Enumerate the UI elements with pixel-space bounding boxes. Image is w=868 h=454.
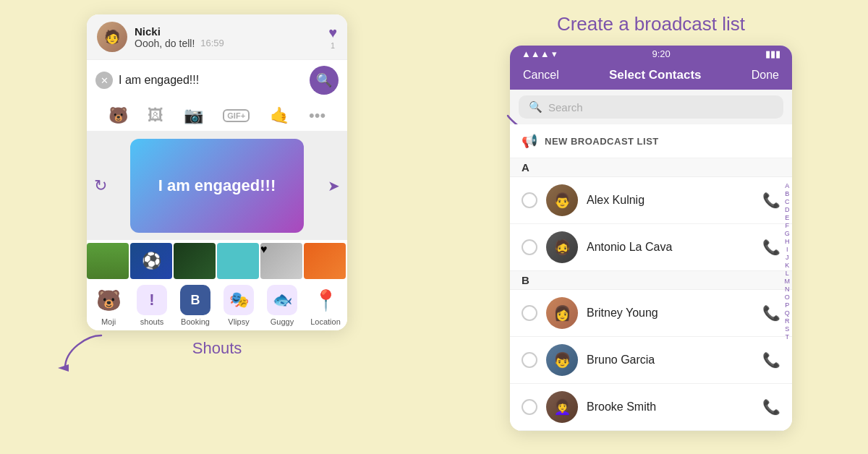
shout-text: I am engaged!!! xyxy=(158,176,276,195)
contact-radio-antonio[interactable] xyxy=(522,239,537,255)
chat-message: Oooh, do tell! 16:59 xyxy=(135,38,321,49)
camera-icon[interactable]: 📷 xyxy=(184,106,203,125)
battery-indicator: ▮▮▮ xyxy=(765,48,780,59)
bear-icon[interactable]: 🐻 xyxy=(109,106,128,125)
signal-indicator: ▲▲▲ ▾ xyxy=(522,48,557,59)
moji-icon: 🐻 xyxy=(93,285,124,315)
bg-thumb-gray[interactable]: ♥ xyxy=(260,243,302,279)
vlipsy-label: Vlipsy xyxy=(228,317,249,326)
search-circle-button[interactable]: 🔍 xyxy=(310,66,339,95)
heart-button[interactable]: ♥ 1 xyxy=(328,25,337,50)
app-item-location[interactable]: 📍 Location xyxy=(304,285,347,326)
avatar: 🧑 xyxy=(97,22,127,52)
app-item-vlipsy[interactable]: 🎭 Vlipsy xyxy=(217,285,260,326)
chat-info: Nicki Oooh, do tell! 16:59 xyxy=(135,25,321,49)
phone-mockup-right: ▲▲▲ ▾ 9:20 ▮▮▮ Cancel Select Contacts Do… xyxy=(510,46,792,431)
contact-row-britney[interactable]: 👩 Britney Young 📞 xyxy=(510,290,792,337)
photo-icon[interactable]: 🖼 xyxy=(148,106,163,125)
phone-mockup-left: 🧑 Nicki Oooh, do tell! 16:59 ♥ 1 ✕ I am … xyxy=(87,14,347,330)
select-contacts-title: Select Contacts xyxy=(609,68,702,82)
bg-thumb-grass[interactable] xyxy=(87,243,129,279)
avatar-bruno: 👦 xyxy=(546,344,578,376)
location-label: Location xyxy=(310,317,341,326)
close-button[interactable]: ✕ xyxy=(95,72,113,89)
guggy-label: Guggy xyxy=(271,317,294,326)
booking-label: Booking xyxy=(181,317,210,326)
cancel-button[interactable]: Cancel xyxy=(523,69,559,82)
shouts-icon: ! xyxy=(137,285,167,315)
new-broadcast-text: NEW BROADCAST LIST xyxy=(545,136,659,147)
left-panel: 🧑 Nicki Oooh, do tell! 16:59 ♥ 1 ✕ I am … xyxy=(29,0,405,454)
contact-row-bruno[interactable]: 👦 Bruno Garcia 📞 xyxy=(510,337,792,384)
shout-gradient-box: I am engaged!!! xyxy=(130,139,304,233)
contact-name-alex: Alex Kulnig xyxy=(587,194,754,207)
avatar-britney: 👩 xyxy=(546,297,578,329)
broadcast-title: Create a broadcast list xyxy=(557,13,745,35)
contact-radio-britney[interactable] xyxy=(522,305,537,321)
contact-radio-brooke[interactable] xyxy=(522,399,537,415)
new-broadcast-row[interactable]: 📢 NEW BROADCAST LIST xyxy=(510,124,792,158)
app-toolbar: 🐻 Moji ! shouts B Booking 🎭 Vlipsy 🐟 Gug… xyxy=(87,279,347,330)
send-arrow-icon[interactable]: ➤ xyxy=(328,177,340,194)
app-item-guggy[interactable]: 🐟 Guggy xyxy=(260,285,304,326)
app-item-moji[interactable]: 🐻 Moji xyxy=(87,285,130,326)
guggy-icon: 🐟 xyxy=(267,285,297,315)
location-icon: 📍 xyxy=(310,285,341,315)
message-input[interactable]: I am engaged!!! xyxy=(119,74,304,87)
done-button[interactable]: Done xyxy=(752,69,779,82)
bg-thumb-dark[interactable] xyxy=(174,243,216,279)
status-bar: ▲▲▲ ▾ 9:20 ▮▮▮ xyxy=(510,46,792,62)
booking-icon: B xyxy=(180,285,210,315)
section-header-b: B xyxy=(510,271,792,290)
contact-radio-alex[interactable] xyxy=(522,192,537,208)
viber-icon-alex: 📞 xyxy=(762,192,780,209)
emoji-toolbar: 🐻 🖼 📷 GIF+ 🤙 ••• xyxy=(87,100,347,132)
bg-thumb-orange[interactable] xyxy=(304,243,346,279)
avatar-antonio: 🧔 xyxy=(546,231,578,263)
chat-name: Nicki xyxy=(135,25,321,38)
section-header-a: A xyxy=(510,158,792,177)
viber-icon-britney: 📞 xyxy=(762,304,780,322)
broadcast-icon: 📢 xyxy=(522,133,537,149)
shouts-label: shouts xyxy=(140,317,163,326)
alphabet-index[interactable]: A B C D E F G H I J K L M N O P Q R S T xyxy=(785,182,791,340)
contact-row-alex[interactable]: 👨 Alex Kulnig 📞 xyxy=(510,177,792,224)
arrow-annotation-left xyxy=(51,328,109,374)
search-placeholder: Search xyxy=(548,101,583,113)
avatar-brooke: 👩‍🦱 xyxy=(546,391,578,423)
shout-preview: ↻ I am engaged!!! ➤ xyxy=(87,132,347,240)
contact-name-bruno: Bruno Garcia xyxy=(587,354,754,367)
app-item-shouts[interactable]: ! shouts xyxy=(130,285,174,326)
contact-name-antonio: Antonio La Cava xyxy=(587,241,754,254)
bg-thumb-teal[interactable] xyxy=(217,243,259,279)
shouts-page-label: Shouts xyxy=(192,339,242,358)
contact-row-antonio[interactable]: 🧔 Antonio La Cava 📞 xyxy=(510,224,792,271)
svg-marker-0 xyxy=(58,364,69,372)
viber-icon-bruno: 📞 xyxy=(762,351,780,369)
prev-arrow-icon[interactable]: ↻ xyxy=(94,176,107,195)
bg-thumb-soccer[interactable]: ⚽ xyxy=(130,243,172,279)
moji-label: Moji xyxy=(101,317,116,326)
vlipsy-icon: 🎭 xyxy=(224,285,254,315)
chat-time: 16:59 xyxy=(200,38,224,49)
background-thumbnails: ⚽ ♥ xyxy=(87,240,347,279)
contact-name-brooke: Brooke Smith xyxy=(587,401,754,414)
right-panel: Create a broadcast list ▲▲▲ ▾ 9:20 ▮▮▮ C… xyxy=(463,0,839,454)
message-input-area: ✕ I am engaged!!! 🔍 xyxy=(87,59,347,100)
viber-icon-brooke: 📞 xyxy=(762,398,780,416)
contact-name-britney: Britney Young xyxy=(587,307,754,320)
chat-header: 🧑 Nicki Oooh, do tell! 16:59 ♥ 1 xyxy=(87,14,347,59)
contact-radio-bruno[interactable] xyxy=(522,352,537,368)
more-icon[interactable]: ••• xyxy=(309,106,326,125)
contact-list: 📢 NEW BROADCAST LIST A 👨 Alex Kulnig 📞 🧔… xyxy=(510,124,792,431)
viber-icon-antonio: 📞 xyxy=(762,239,780,256)
heart-count: 1 xyxy=(331,41,335,50)
sticker-icon[interactable]: 🤙 xyxy=(270,106,289,125)
app-item-booking[interactable]: B Booking xyxy=(174,285,217,326)
message-text: Oooh, do tell! xyxy=(135,38,195,49)
nav-bar: Cancel Select Contacts Done xyxy=(510,62,792,90)
status-time: 9:20 xyxy=(652,48,670,59)
avatar-alex: 👨 xyxy=(546,184,578,216)
contact-row-brooke[interactable]: 👩‍🦱 Brooke Smith 📞 xyxy=(510,384,792,431)
gif-button[interactable]: GIF+ xyxy=(223,109,250,122)
